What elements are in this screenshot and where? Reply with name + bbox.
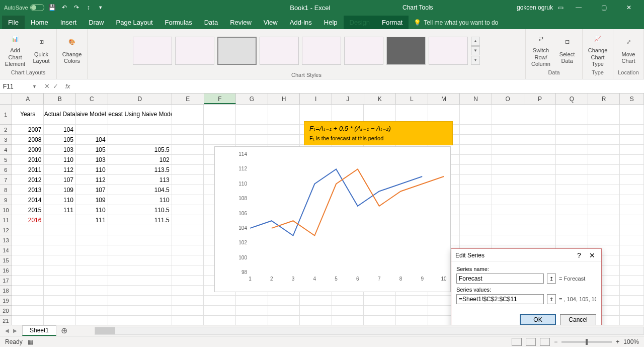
chart-style-thumb[interactable] bbox=[386, 37, 426, 65]
cell[interactable]: 111 bbox=[44, 205, 76, 215]
cell[interactable] bbox=[172, 286, 204, 296]
cell[interactable] bbox=[492, 205, 524, 215]
row-header[interactable]: 21 bbox=[0, 316, 12, 325]
cell[interactable] bbox=[620, 155, 644, 165]
cell[interactable] bbox=[364, 296, 396, 306]
cell[interactable]: Forecast Using Naive Model 2 bbox=[108, 105, 172, 125]
cell[interactable] bbox=[236, 105, 268, 125]
series-values-input[interactable] bbox=[456, 294, 544, 304]
column-header[interactable]: L bbox=[396, 94, 428, 104]
cell[interactable] bbox=[172, 175, 204, 185]
maximize-button[interactable]: ▢ bbox=[594, 1, 614, 15]
cell[interactable] bbox=[108, 306, 172, 316]
cell[interactable] bbox=[108, 296, 172, 306]
sheet-nav-next[interactable]: ▶ bbox=[11, 328, 19, 333]
cell[interactable] bbox=[620, 135, 644, 145]
cell[interactable] bbox=[556, 175, 588, 185]
cell[interactable]: 111.5 bbox=[108, 215, 172, 225]
row-header[interactable]: 14 bbox=[0, 245, 12, 255]
cell[interactable] bbox=[44, 255, 76, 265]
cell[interactable] bbox=[332, 306, 364, 316]
cell[interactable] bbox=[44, 235, 76, 245]
cell[interactable] bbox=[172, 235, 204, 245]
cell[interactable] bbox=[172, 125, 204, 135]
cell[interactable] bbox=[620, 205, 644, 215]
chart-style-thumb[interactable] bbox=[133, 37, 172, 65]
cell[interactable] bbox=[492, 215, 524, 225]
column-header[interactable]: D bbox=[108, 94, 172, 104]
cell[interactable] bbox=[588, 205, 620, 215]
autosave-toggle[interactable]: AutoSave bbox=[4, 4, 44, 11]
cell[interactable] bbox=[460, 185, 492, 195]
column-header[interactable]: O bbox=[492, 94, 524, 104]
cell[interactable]: 110 bbox=[44, 155, 76, 165]
cell[interactable]: 112 bbox=[76, 175, 108, 185]
chart-style-thumb[interactable] bbox=[260, 37, 299, 65]
cell[interactable]: 2010 bbox=[12, 155, 44, 165]
cell[interactable] bbox=[556, 145, 588, 155]
cell[interactable] bbox=[172, 225, 204, 235]
cell[interactable] bbox=[268, 306, 300, 316]
cell[interactable] bbox=[460, 175, 492, 185]
cell[interactable] bbox=[108, 265, 172, 276]
cell[interactable] bbox=[492, 225, 524, 235]
tab-design[interactable]: Design bbox=[344, 16, 376, 29]
column-header[interactable]: J bbox=[332, 94, 364, 104]
cell[interactable] bbox=[12, 235, 44, 245]
cell[interactable] bbox=[588, 185, 620, 195]
cell[interactable] bbox=[524, 165, 556, 175]
cell[interactable]: 107 bbox=[44, 175, 76, 185]
cell[interactable]: 113 bbox=[108, 175, 172, 185]
row-header[interactable]: 9 bbox=[0, 195, 12, 205]
cell[interactable]: 2008 bbox=[12, 135, 44, 145]
cell[interactable] bbox=[12, 225, 44, 235]
column-header[interactable]: M bbox=[428, 94, 460, 104]
cell[interactable] bbox=[364, 316, 396, 325]
cell[interactable] bbox=[492, 145, 524, 155]
cell[interactable] bbox=[12, 316, 44, 325]
cell[interactable]: 105 bbox=[76, 145, 108, 155]
horizontal-scrollbar[interactable] bbox=[95, 327, 644, 335]
cell[interactable] bbox=[620, 265, 644, 276]
cell[interactable] bbox=[460, 235, 492, 245]
cell[interactable] bbox=[524, 185, 556, 195]
column-header[interactable]: S bbox=[620, 94, 644, 104]
cell[interactable] bbox=[492, 185, 524, 195]
normal-view-button[interactable] bbox=[512, 338, 522, 346]
cell[interactable] bbox=[204, 306, 236, 316]
cell[interactable] bbox=[204, 105, 236, 125]
cell[interactable]: 2012 bbox=[12, 175, 44, 185]
cell[interactable] bbox=[172, 316, 204, 325]
cell[interactable]: 2009 bbox=[12, 145, 44, 155]
tab-data[interactable]: Data bbox=[198, 16, 224, 29]
cell[interactable] bbox=[460, 215, 492, 225]
cell[interactable] bbox=[236, 125, 268, 135]
cell[interactable] bbox=[108, 245, 172, 255]
cell[interactable] bbox=[44, 316, 76, 325]
row-header[interactable]: 20 bbox=[0, 306, 12, 316]
cell[interactable] bbox=[108, 276, 172, 286]
cell[interactable] bbox=[172, 296, 204, 306]
cell[interactable] bbox=[460, 105, 492, 125]
cell[interactable] bbox=[460, 135, 492, 145]
embedded-chart[interactable]: 9810010210410610811011211412345678910 bbox=[214, 146, 451, 292]
row-header[interactable]: 2 bbox=[0, 125, 12, 135]
cell[interactable] bbox=[460, 125, 492, 135]
undo-icon[interactable]: ↶ bbox=[60, 4, 68, 12]
cell[interactable] bbox=[556, 105, 588, 125]
cell[interactable] bbox=[12, 296, 44, 306]
cell[interactable]: 110 bbox=[44, 195, 76, 205]
cell[interactable]: 105.5 bbox=[108, 145, 172, 155]
tab-page-layout[interactable]: Page Layout bbox=[110, 16, 159, 29]
touch-mode-icon[interactable]: ↕ bbox=[85, 4, 93, 12]
cell[interactable] bbox=[620, 125, 644, 135]
chevron-down-icon[interactable]: ▼ bbox=[32, 84, 37, 89]
cell[interactable] bbox=[396, 316, 428, 325]
cell[interactable] bbox=[556, 205, 588, 215]
cell[interactable] bbox=[588, 135, 620, 145]
cell[interactable] bbox=[332, 296, 364, 306]
cell[interactable] bbox=[556, 135, 588, 145]
cell[interactable] bbox=[396, 306, 428, 316]
cell[interactable] bbox=[12, 265, 44, 276]
cell[interactable] bbox=[12, 245, 44, 255]
